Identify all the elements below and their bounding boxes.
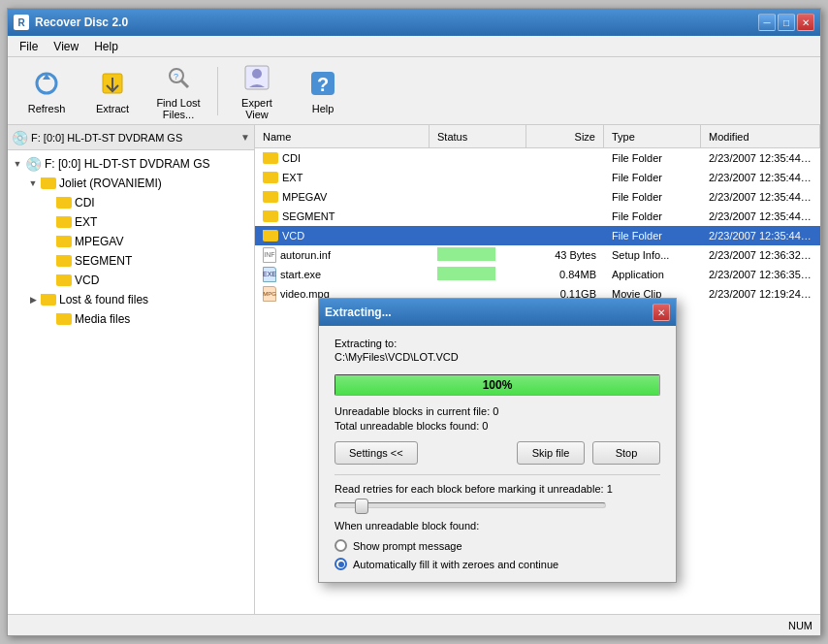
close-button[interactable]: ✕: [797, 14, 814, 31]
unreadable-current-label: Unreadable blocks in current file: 0: [334, 405, 660, 417]
progress-text: 100%: [335, 375, 659, 395]
dialog-buttons: Settings << Skip file Stop: [334, 441, 660, 465]
window-title: Recover Disc 2.0: [35, 16, 128, 29]
title-bar-left: R Recover Disc 2.0: [14, 15, 128, 30]
dialog-titlebar: Extracting... ✕: [319, 299, 676, 326]
radio-group: Show prompt message Automatically fill i…: [334, 539, 660, 570]
radio-label-auto-fill: Automatically fill it with zeroes and co…: [353, 559, 558, 570]
radio-label-show-prompt: Show prompt message: [353, 540, 462, 552]
radio-dot-show-prompt: [334, 539, 347, 552]
stop-button[interactable]: Stop: [592, 441, 660, 465]
title-controls: ─ □ ✕: [758, 14, 814, 31]
minimize-button[interactable]: ─: [758, 14, 776, 31]
main-window: R Recover Disc 2.0 ─ □ ✕ File View Help …: [7, 8, 821, 636]
retries-label: Read retries for each block before marki…: [334, 483, 660, 495]
dialog-overlay: Extracting... ✕ Extracting to: C:\MyFile…: [8, 36, 820, 635]
settings-button[interactable]: Settings <<: [334, 441, 418, 465]
radio-item-show-prompt[interactable]: Show prompt message: [334, 539, 660, 552]
title-bar: R Recover Disc 2.0 ─ □ ✕: [8, 9, 820, 36]
dialog-title: Extracting...: [325, 306, 392, 319]
dialog-close-button[interactable]: ✕: [653, 304, 670, 321]
skip-file-button[interactable]: Skip file: [517, 441, 585, 465]
extracting-path: C:\MyFiles\VCD\LOT.VCD: [334, 351, 660, 363]
maximize-button[interactable]: □: [778, 14, 795, 31]
dialog-separator: [334, 474, 660, 475]
retries-slider[interactable]: [334, 502, 606, 508]
slider-container: [334, 502, 660, 508]
app-icon: R: [14, 15, 29, 30]
when-label: When unreadable block found:: [334, 520, 660, 531]
unreadable-total-label: Total unreadable blocks found: 0: [334, 420, 660, 432]
extracting-dialog: Extracting... ✕ Extracting to: C:\MyFile…: [318, 298, 677, 583]
slider-thumb[interactable]: [355, 499, 368, 514]
extracting-to-label: Extracting to:: [334, 338, 660, 349]
radio-dot-auto-fill: [334, 558, 347, 570]
radio-item-auto-fill[interactable]: Automatically fill it with zeroes and co…: [334, 558, 660, 570]
progress-container: 100%: [334, 374, 660, 396]
dialog-body: Extracting to: C:\MyFiles\VCD\LOT.VCD 10…: [319, 326, 676, 582]
